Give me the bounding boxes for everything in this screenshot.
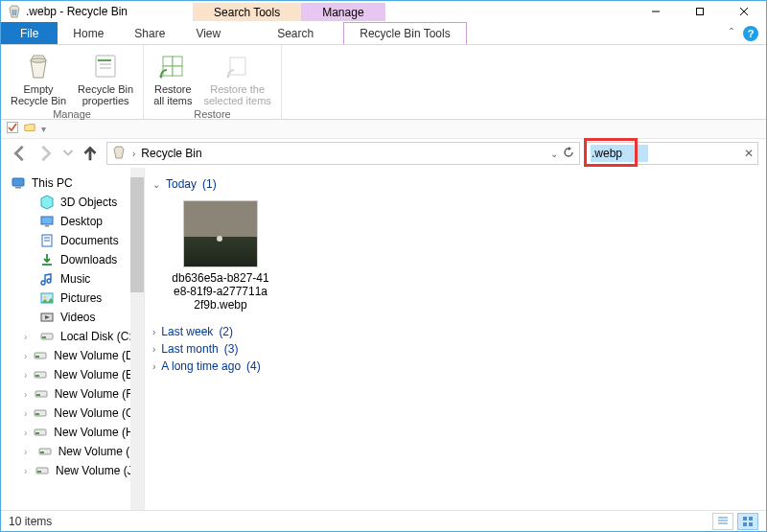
sidebar-item-new-volume-e-[interactable]: ›New Volume (E:) (24, 365, 140, 384)
svg-rect-36 (35, 375, 39, 377)
video-icon (39, 310, 55, 325)
disk-icon (33, 405, 48, 421)
svg-rect-13 (173, 66, 182, 76)
svg-point-9 (98, 59, 101, 62)
folder-small-icon[interactable] (24, 122, 35, 136)
cube-icon (39, 195, 55, 210)
sidebar-item-pictures[interactable]: Pictures (24, 289, 140, 308)
maximize-button[interactable] (678, 1, 722, 22)
ribbon-group-manage: Manage (5, 108, 139, 122)
svg-rect-5 (96, 56, 115, 77)
tree-this-pc[interactable]: This PC (11, 173, 140, 193)
restore-selected-button: Restore the selected items (198, 49, 277, 108)
ribbon-group-restore: Restore (148, 108, 277, 122)
title-bar: .webp - Recycle Bin Search Tools Manage (1, 1, 766, 22)
chevron-right-icon: › (152, 361, 155, 372)
svg-rect-1 (697, 9, 704, 15)
main-area: This PC 3D ObjectsDesktopDocumentsDownlo… (1, 168, 766, 512)
image-thumbnail (183, 200, 258, 267)
sidebar-item-local-disk-c-[interactable]: ›Local Disk (C:) (24, 327, 140, 346)
navigation-pane: This PC 3D ObjectsDesktopDocumentsDownlo… (1, 168, 145, 512)
restore-selected-icon (222, 51, 253, 81)
file-item[interactable]: db636e5a-b827-41e8-81f9-a277711a2f9b.web… (172, 200, 269, 312)
sidebar-item-music[interactable]: Music (24, 269, 140, 289)
back-button[interactable] (9, 143, 30, 164)
disk-icon (33, 425, 48, 440)
close-button[interactable] (722, 1, 766, 22)
sidebar-item-documents[interactable]: Documents (24, 231, 140, 250)
context-tab-search-tools[interactable]: Search Tools (193, 3, 301, 21)
picture-icon (39, 290, 55, 306)
svg-rect-20 (15, 187, 21, 189)
up-button[interactable] (80, 143, 101, 164)
svg-rect-19 (12, 178, 24, 186)
file-name: db636e5a-b827-41e8-81f9-a277711a2f9b.web… (172, 271, 269, 312)
svg-rect-51 (749, 517, 753, 520)
monitor-icon (39, 214, 55, 229)
recent-locations-button[interactable] (62, 143, 74, 164)
chevron-right-icon: › (152, 344, 155, 355)
search-input[interactable] (591, 145, 648, 162)
checkbox-icon[interactable] (7, 122, 18, 136)
disk-icon (34, 386, 49, 402)
forward-button[interactable] (35, 143, 57, 164)
sidebar-item-new-volume-i-[interactable]: ›New Volume (I:) (24, 442, 140, 461)
svg-rect-15 (230, 58, 245, 75)
properties-icon (90, 51, 121, 81)
tab-search[interactable]: Search (261, 22, 330, 44)
help-icon[interactable]: ? (743, 26, 758, 41)
chevron-right-icon[interactable]: › (132, 149, 135, 159)
music-icon (39, 271, 55, 287)
sidebar-item-new-volume-d-[interactable]: ›New Volume (D:) (24, 346, 140, 365)
window-title: .webp - Recycle Bin (26, 5, 128, 18)
sidebar-item-desktop[interactable]: Desktop (24, 212, 140, 231)
chevron-down-icon[interactable]: ⌄ (550, 149, 558, 159)
svg-rect-21 (41, 217, 53, 224)
content-pane: ⌄ Today (1) db636e5a-b827-41e8-81f9-a277… (145, 168, 766, 512)
disk-icon (37, 444, 53, 459)
sidebar-item-new-volume-h-[interactable]: ›New Volume (H:) (24, 423, 140, 442)
restore-all-button[interactable]: Restore all items (148, 49, 198, 108)
context-tab-manage[interactable]: Manage (301, 3, 384, 21)
svg-rect-22 (45, 225, 49, 227)
svg-rect-42 (35, 432, 39, 434)
svg-rect-38 (36, 394, 40, 396)
this-pc-icon (11, 175, 26, 191)
svg-rect-32 (42, 336, 46, 338)
tab-view[interactable]: View (180, 22, 236, 44)
ribbon-tabs: File Home Share View Search Recycle Bin … (1, 22, 766, 45)
sidebar-item-new-volume-g-[interactable]: ›New Volume (G:) (24, 404, 140, 423)
minimize-button[interactable] (634, 1, 678, 22)
chevron-down-icon: ⌄ (152, 179, 160, 190)
empty-recycle-bin-button[interactable]: Empty Recycle Bin (5, 49, 72, 108)
sidebar-item-3d-objects[interactable]: 3D Objects (24, 193, 140, 212)
sidebar-item-new-volume-j-[interactable]: ›New Volume (J:) (24, 461, 140, 480)
group-last-week[interactable]: › Last week (2) (152, 325, 758, 338)
sidebar-scroll-thumb[interactable] (130, 177, 144, 292)
address-bar[interactable]: › Recycle Bin ⌄ (106, 142, 580, 165)
group-today[interactable]: ⌄ Today (1) (152, 177, 758, 191)
icons-view-button[interactable] (737, 513, 758, 530)
breadcrumb-recycle-bin[interactable]: Recycle Bin (141, 147, 201, 160)
tab-share[interactable]: Share (119, 22, 180, 44)
group-long-time-ago[interactable]: › A long time ago (4) (152, 359, 758, 373)
details-view-button[interactable] (712, 513, 733, 530)
group-last-month[interactable]: › Last month (3) (152, 342, 758, 356)
tab-home[interactable]: Home (58, 22, 119, 44)
search-box[interactable]: ✕ (586, 142, 758, 165)
clear-search-button[interactable]: ✕ (744, 147, 754, 160)
svg-rect-52 (743, 522, 747, 526)
recycle-bin-properties-button[interactable]: Recycle Bin properties (72, 49, 139, 108)
svg-marker-14 (159, 76, 163, 79)
tab-recycle-bin-tools[interactable]: Recycle Bin Tools (343, 22, 467, 44)
status-bar: 10 items (1, 510, 766, 531)
svg-point-28 (44, 296, 47, 299)
sidebar-item-downloads[interactable]: Downloads (24, 250, 140, 269)
sidebar-item-new-volume-f-[interactable]: ›New Volume (F:) (24, 384, 140, 404)
svg-rect-10 (163, 57, 173, 66)
sidebar-item-videos[interactable]: Videos (24, 308, 140, 327)
ribbon-collapse-icon[interactable]: ˆ (730, 27, 733, 40)
svg-rect-50 (743, 517, 747, 520)
refresh-button[interactable] (562, 146, 575, 162)
tab-file[interactable]: File (1, 22, 58, 44)
